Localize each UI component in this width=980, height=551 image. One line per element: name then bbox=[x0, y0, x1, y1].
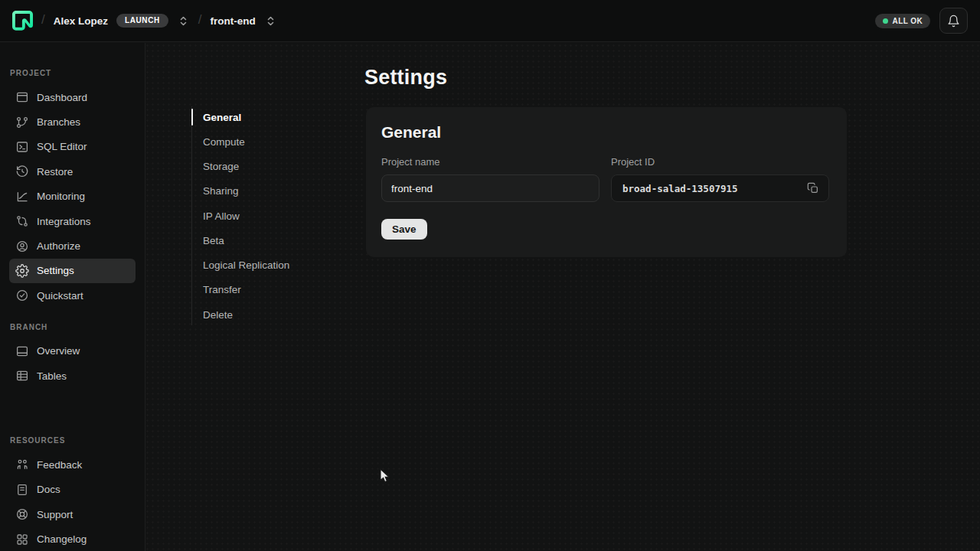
sidebar-item-docs[interactable]: Docs bbox=[9, 478, 136, 502]
sidebar-section-project: PROJECT bbox=[9, 69, 136, 85]
sidebar-item-overview[interactable]: Overview bbox=[9, 339, 136, 364]
sidebar-item-label: Restore bbox=[37, 166, 73, 178]
sidebar-item-label: Authorize bbox=[37, 240, 80, 252]
project-id-field: broad-salad-13507915 bbox=[611, 174, 829, 202]
sidebar-item-authorize[interactable]: Authorize bbox=[9, 233, 136, 258]
sidebar-section-branch: BRANCH bbox=[9, 323, 136, 339]
breadcrumb-separator: / bbox=[41, 12, 45, 28]
sidebar-item-sql-editor[interactable]: SQL Editor bbox=[9, 135, 136, 159]
bell-icon bbox=[947, 15, 960, 28]
project-id-label: Project ID bbox=[611, 156, 829, 168]
dashboard-icon bbox=[15, 90, 29, 104]
sidebar-item-label: Overview bbox=[37, 345, 80, 357]
sidebar-item-tables[interactable]: Tables bbox=[9, 364, 136, 388]
integrations-icon bbox=[15, 214, 29, 228]
people-icon bbox=[15, 458, 29, 471]
sidebar-item-branches[interactable]: Branches bbox=[9, 109, 136, 134]
card-title: General bbox=[381, 123, 831, 142]
tab-beta[interactable]: Beta bbox=[191, 228, 337, 253]
main-content: Settings General Compute Storage Sharing… bbox=[145, 43, 980, 551]
check-circle-icon bbox=[15, 289, 29, 302]
sidebar-item-support[interactable]: Support bbox=[9, 502, 136, 527]
sidebar-item-dashboard[interactable]: Dashboard bbox=[9, 85, 136, 109]
tab-compute[interactable]: Compute bbox=[191, 129, 337, 154]
org-name[interactable]: Alex Lopez bbox=[54, 15, 108, 27]
tab-transfer[interactable]: Transfer bbox=[191, 278, 337, 302]
project-id-value: broad-salad-13507915 bbox=[622, 183, 805, 194]
project-breadcrumb[interactable]: front-end bbox=[211, 15, 256, 27]
notifications-button[interactable] bbox=[939, 8, 968, 34]
git-branch-icon bbox=[15, 116, 29, 129]
sidebar-item-label: Support bbox=[37, 509, 73, 520]
org-switcher-chevron-icon[interactable] bbox=[177, 14, 190, 28]
settings-tab-list: General Compute Storage Sharing IP Allow… bbox=[191, 105, 337, 327]
sidebar-item-label: Integrations bbox=[37, 216, 91, 227]
general-settings-card: General Project name Project ID broad-sa… bbox=[366, 107, 847, 257]
sidebar-item-label: Tables bbox=[37, 370, 67, 382]
chart-line-icon bbox=[15, 190, 29, 204]
status-dot-icon bbox=[883, 18, 888, 24]
sidebar-item-quickstart[interactable]: Quickstart bbox=[9, 283, 136, 308]
tab-storage[interactable]: Storage bbox=[191, 155, 337, 179]
top-header: / Alex Lopez LAUNCH / front-end ALL OK bbox=[0, 0, 980, 42]
tab-logical-replication[interactable]: Logical Replication bbox=[191, 253, 337, 278]
sidebar-item-integrations[interactable]: Integrations bbox=[9, 209, 136, 233]
grid-icon bbox=[15, 533, 29, 546]
tab-sharing[interactable]: Sharing bbox=[191, 179, 337, 204]
sidebar-item-label: SQL Editor bbox=[37, 141, 87, 152]
sidebar-item-restore[interactable]: Restore bbox=[9, 159, 136, 184]
sidebar-item-settings[interactable]: Settings bbox=[9, 259, 136, 283]
plan-badge: LAUNCH bbox=[116, 14, 168, 28]
sidebar-item-monitoring[interactable]: Monitoring bbox=[9, 184, 136, 209]
document-icon bbox=[15, 483, 29, 497]
project-switcher-chevron-icon[interactable] bbox=[264, 14, 277, 28]
status-badge-label: ALL OK bbox=[893, 17, 923, 25]
sidebar-item-changelog[interactable]: Changelog bbox=[9, 527, 136, 551]
gear-icon bbox=[15, 264, 29, 278]
sidebar-item-label: Quickstart bbox=[37, 290, 83, 302]
page-title: Settings bbox=[364, 66, 447, 90]
sidebar-item-label: Settings bbox=[37, 265, 74, 276]
project-name-label: Project name bbox=[381, 156, 599, 168]
sidebar-item-label: Monitoring bbox=[37, 191, 85, 202]
project-name-input[interactable] bbox=[381, 174, 599, 202]
user-circle-icon bbox=[15, 240, 29, 253]
sidebar-item-label: Docs bbox=[37, 484, 60, 495]
sidebar-item-label: Dashboard bbox=[37, 92, 87, 103]
tab-ip-allow[interactable]: IP Allow bbox=[191, 204, 337, 228]
sidebar-item-label: Branches bbox=[37, 116, 80, 128]
sidebar: PROJECT Dashboard Branches SQL Editor Re… bbox=[0, 43, 145, 551]
copy-icon bbox=[807, 182, 819, 194]
status-badge[interactable]: ALL OK bbox=[875, 14, 930, 28]
sidebar-section-resources: RESOURCES bbox=[9, 436, 136, 452]
tab-general[interactable]: General bbox=[191, 105, 337, 129]
terminal-icon bbox=[15, 140, 29, 154]
neon-logo-icon[interactable] bbox=[12, 11, 33, 31]
sidebar-item-label: Feedback bbox=[37, 459, 82, 471]
breadcrumb-separator: / bbox=[198, 12, 202, 28]
lifebuoy-icon bbox=[15, 507, 29, 521]
restore-clock-icon bbox=[15, 165, 29, 178]
window-icon bbox=[15, 344, 29, 358]
copy-project-id-button[interactable] bbox=[805, 181, 821, 196]
save-button[interactable]: Save bbox=[381, 219, 427, 240]
sidebar-item-feedback[interactable]: Feedback bbox=[9, 452, 136, 477]
sidebar-item-label: Changelog bbox=[37, 533, 87, 545]
tab-delete[interactable]: Delete bbox=[191, 302, 337, 327]
table-icon bbox=[15, 369, 29, 383]
